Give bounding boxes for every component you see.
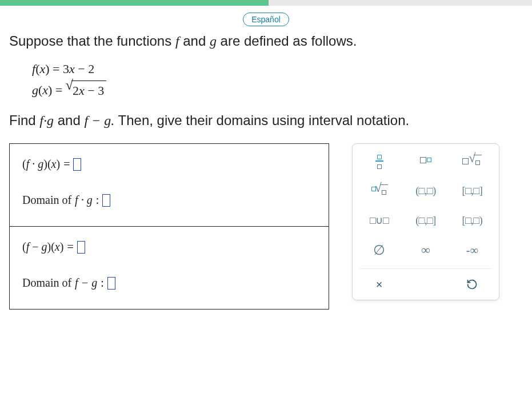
fg-domain-input[interactable]: [102, 194, 110, 207]
key-exponent[interactable]: [406, 152, 445, 170]
intro-text: Suppose that the functions f and g are d…: [9, 31, 523, 51]
key-empty-set[interactable]: ∅: [359, 241, 399, 259]
key-half-open-right[interactable]: (□,□]: [406, 211, 445, 230]
undo-icon: [466, 279, 478, 290]
function-definitions: f(x) = 3x − 2 g(x) = √2x − 3: [32, 59, 523, 100]
key-clear[interactable]: ×: [359, 275, 399, 294]
progress-fill: [0, 0, 269, 6]
fg-section: (f · g)(x) = Domain of f · g :: [10, 144, 329, 227]
answer-box: (f · g)(x) = Domain of f · g : (f − g)(x…: [9, 143, 329, 310]
key-nth-root[interactable]: √: [359, 182, 399, 200]
language-button[interactable]: Español: [243, 13, 289, 26]
key-neg-infinity[interactable]: -∞: [453, 241, 492, 259]
progress-remaining: [269, 0, 532, 6]
key-half-open-left[interactable]: [□,□): [453, 211, 492, 230]
key-undo[interactable]: [453, 275, 492, 294]
fg-input[interactable]: [73, 158, 81, 171]
fminusg-input[interactable]: [77, 241, 85, 254]
math-keypad: √ √ (□,□) [□,□] □∪□ (□,□] [□,□) ∅ ∞ -∞ ×: [352, 143, 499, 300]
key-open-interval[interactable]: (□,□): [406, 182, 445, 200]
fg-expression: (f · g)(x) =: [22, 158, 316, 171]
fminusg-expression: (f − g)(x) =: [22, 240, 316, 254]
key-union[interactable]: □∪□: [359, 211, 399, 230]
key-infinity[interactable]: ∞: [406, 241, 445, 259]
close-icon: ×: [376, 278, 383, 291]
key-times-sqrt[interactable]: √: [453, 152, 492, 170]
fminusg-domain-input[interactable]: [107, 277, 115, 290]
find-text: Find f·g and f − g. Then, give their dom…: [9, 110, 523, 131]
key-closed-interval[interactable]: [□,□]: [453, 182, 492, 200]
key-fraction[interactable]: [359, 152, 399, 170]
fminusg-domain: Domain of f − g :: [22, 276, 316, 290]
fminusg-section: (f − g)(x) = Domain of f − g :: [10, 227, 329, 309]
key-spacer: [406, 275, 445, 294]
fg-domain: Domain of f · g :: [22, 194, 316, 207]
progress-bar: [0, 0, 532, 6]
